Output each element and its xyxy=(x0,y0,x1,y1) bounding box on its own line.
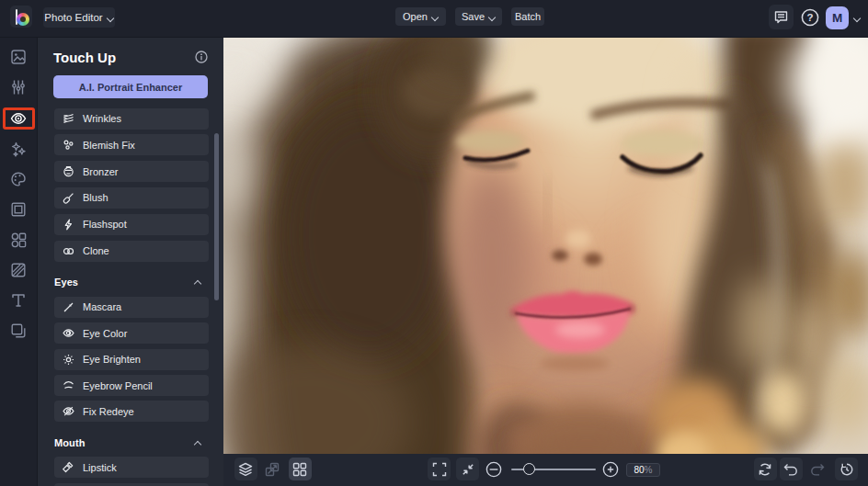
svg-text:?: ? xyxy=(806,12,813,23)
